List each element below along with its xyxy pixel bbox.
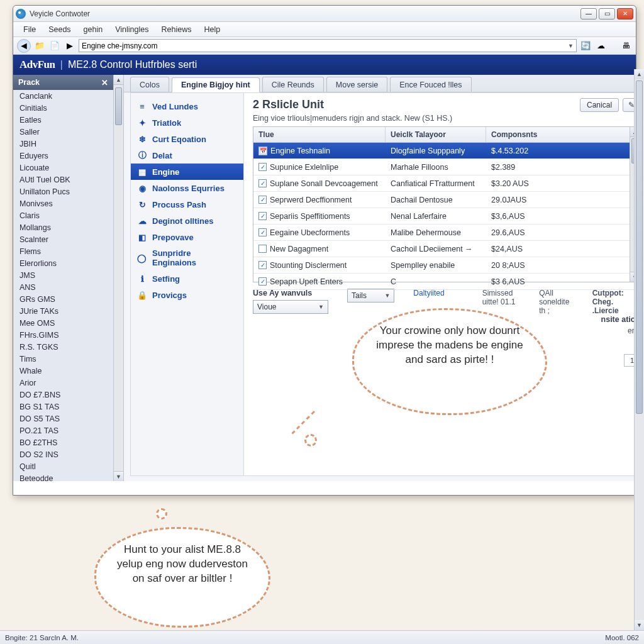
checkbox[interactable]: ✓ — [258, 261, 267, 269]
tab-colos[interactable]: Colos — [130, 77, 169, 92]
table-row[interactable]: ✓Eegaine UbecformentsMalibe Dehermouse29… — [253, 225, 640, 241]
subnav-item[interactable]: ◉Naolonss Equrries — [131, 180, 243, 196]
nav-item[interactable]: Mee OMS — [13, 317, 113, 329]
table-row[interactable]: ✓Stounting DisclermentSpemplley enabile2… — [253, 257, 640, 274]
checkbox[interactable]: ✓ — [258, 228, 267, 236]
view-combo[interactable]: Vioue ▼ — [253, 300, 328, 314]
nav-item[interactable]: R.S. TGKS — [13, 341, 113, 353]
subnav-item[interactable]: ▦Engine — [131, 164, 243, 180]
nav-item[interactable]: BO £2THS — [13, 436, 113, 448]
nav-item[interactable]: Flems — [13, 245, 113, 257]
nav-item[interactable]: DO S5 TAS — [13, 413, 113, 425]
checkbox[interactable]: ✓ — [258, 212, 267, 220]
back-button[interactable]: ◄ — [17, 39, 31, 53]
subnav-item[interactable]: 🔒Provicgs — [131, 287, 243, 303]
print-icon[interactable]: 🖶 — [619, 40, 632, 52]
play-icon[interactable]: ▶ — [64, 40, 76, 52]
menu-seeds[interactable]: Seeds — [42, 23, 77, 36]
scroll-up-icon[interactable]: ▲ — [114, 75, 123, 85]
refresh-icon[interactable]: 🔄 — [579, 40, 592, 52]
nav-item[interactable]: JBIH — [13, 138, 113, 150]
nav-item[interactable]: Quitl — [13, 460, 113, 472]
nav-item[interactable]: Mollangs — [13, 221, 113, 233]
nav-item[interactable]: Beteodde — [13, 472, 113, 481]
menu-help[interactable]: Help — [197, 23, 226, 36]
nav-item[interactable]: AUtl Tuel OBK — [13, 174, 113, 186]
minimize-button[interactable]: — — [580, 8, 597, 19]
cloud-icon[interactable]: ☁ — [594, 40, 607, 52]
scroll-thumb[interactable] — [636, 80, 643, 414]
checkbox[interactable]: ✓ — [258, 163, 267, 171]
subnav-item[interactable]: ⓘDelat — [131, 147, 243, 164]
checkbox[interactable] — [258, 245, 267, 253]
address-bar[interactable]: ▼ — [79, 39, 577, 52]
folder-icon[interactable]: 📁 — [33, 40, 46, 52]
checkbox[interactable]: ✓ — [258, 277, 267, 286]
table-row[interactable]: ✓Seprwerd DecffionmentDachail Dentosue29… — [253, 192, 640, 208]
subnav-item[interactable]: ◯Sunpridre Enginaions — [131, 245, 243, 270]
subnav-item[interactable]: ↻Procuss Pash — [131, 196, 243, 213]
nav-item[interactable]: Eduyers — [13, 150, 113, 162]
col-comp[interactable]: Componsnts — [486, 127, 640, 142]
table-row[interactable]: 📅Engine TeshnalinDlogfainle Supppanly$.4… — [253, 143, 640, 159]
nav-scrollbar[interactable]: ▲ ▼ — [113, 75, 123, 481]
nav-panel-close[interactable]: ✕ — [101, 78, 108, 87]
menu-rehiews[interactable]: Rehiews — [155, 23, 197, 36]
maximize-button[interactable]: ▭ — [599, 8, 615, 19]
nav-item[interactable]: Tims — [13, 353, 113, 365]
nav-item[interactable]: Scalnter — [13, 233, 113, 245]
dropdown-icon[interactable]: ▼ — [568, 43, 574, 49]
checkbox[interactable]: ✓ — [258, 179, 267, 187]
checkbox[interactable]: ✓ — [258, 196, 267, 204]
nav-item[interactable]: Eatles — [13, 114, 113, 126]
subnav-item[interactable]: ✦Triatlok — [131, 114, 243, 131]
subnav-item[interactable]: ≡Ved Lundes — [131, 98, 243, 114]
table-row[interactable]: ✓Separiis SpeffitiomentsNenal Laferfaire… — [253, 208, 640, 225]
col-ueick[interactable]: Ueiclk Talayoor — [386, 127, 486, 142]
scroll-thumb[interactable] — [115, 87, 122, 125]
subnav-item[interactable]: ℹSetfing — [131, 270, 243, 287]
nav-item[interactable]: PO.21 TAS — [13, 425, 113, 436]
menu-gehin[interactable]: gehin — [77, 23, 109, 36]
nav-item[interactable]: Arior — [13, 377, 113, 389]
nav-item[interactable]: DO £7.BNS — [13, 389, 113, 401]
scroll-down-icon[interactable]: ▼ — [114, 471, 123, 481]
table-row[interactable]: ✓Sepapn Upeft EntersC$3 6,AUS — [253, 274, 640, 290]
subnav-item[interactable]: ☁Deginot olltines — [131, 213, 243, 229]
nav-item[interactable]: JUrie TAKs — [13, 305, 113, 317]
nav-item[interactable]: Licouate — [13, 162, 113, 174]
doc-icon[interactable]: 📄 — [48, 40, 61, 52]
nav-item[interactable]: ANS — [13, 281, 113, 293]
nav-item[interactable]: Saller — [13, 126, 113, 138]
nav-item[interactable]: JMS — [13, 269, 113, 281]
nav-item[interactable]: DO S2 INS — [13, 448, 113, 460]
content-scrollbar[interactable]: ▲ ▼ — [634, 69, 644, 630]
menu-vinlingles[interactable]: Vinlingles — [109, 23, 155, 36]
tab-move[interactable]: Move sersie — [326, 77, 387, 92]
nav-item[interactable]: Claris — [13, 209, 113, 221]
subnav-item[interactable]: ❄Curt Eqoation — [131, 131, 243, 147]
col-tlue[interactable]: Tlue — [253, 127, 386, 142]
nav-item[interactable]: Elerorlions — [13, 257, 113, 269]
subnav-item[interactable]: ◧Prepovave — [131, 229, 243, 245]
tails-combo[interactable]: Tails ▼ — [347, 289, 394, 303]
cancel-button[interactable]: Canical — [580, 98, 619, 112]
table-row[interactable]: ✓Supunice ExlelnlipeMarhale Filloons$2.3… — [253, 159, 640, 175]
nav-item[interactable]: Cinitials — [13, 102, 113, 114]
nav-item[interactable]: GRs GMS — [13, 293, 113, 305]
table-row[interactable]: ✓Suplane Sonall DevcoagementCanfiatical … — [253, 175, 640, 192]
nav-item[interactable]: BG S1 TAS — [13, 401, 113, 413]
tab-cile[interactable]: Cile Reunds — [262, 77, 324, 92]
scroll-up-icon[interactable]: ▲ — [635, 69, 644, 79]
close-button[interactable]: ✕ — [617, 8, 633, 19]
scroll-down-icon[interactable]: ▼ — [635, 620, 644, 630]
nav-item[interactable]: Canclank — [13, 90, 113, 102]
nav-item[interactable]: Monivses — [13, 197, 113, 209]
menu-file[interactable]: File — [17, 23, 42, 36]
table-row[interactable]: New DagagmentCachoil LDeciiement →$24,AU… — [253, 241, 640, 257]
tab-engine[interactable]: Engine Bigjoy hint — [172, 77, 260, 92]
nav-item[interactable]: FHrs.GIMS — [13, 329, 113, 341]
address-input[interactable] — [82, 42, 568, 50]
nav-item[interactable]: Whale — [13, 365, 113, 377]
tab-ence[interactable]: Ence Fouced !lles — [390, 77, 471, 92]
